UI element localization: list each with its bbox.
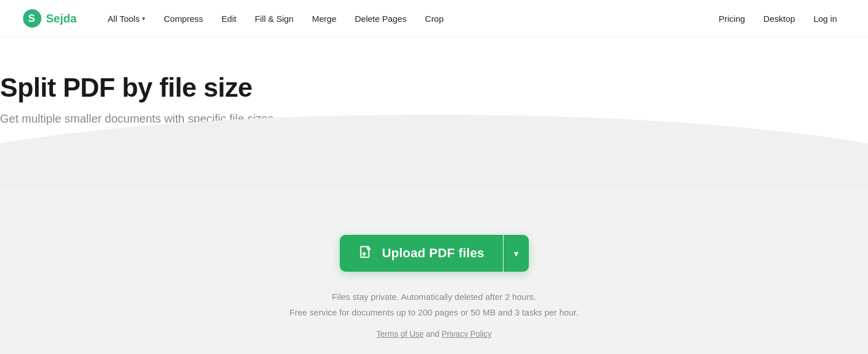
dropdown-chevron-icon: ▾ xyxy=(514,248,519,259)
upload-pdf-button[interactable]: Upload PDF files xyxy=(340,235,503,272)
info-text: Files stay private. Automatically delete… xyxy=(290,289,579,320)
sejda-logo-icon: S xyxy=(23,9,41,28)
nav-fill-sign[interactable]: Fill & Sign xyxy=(247,9,302,28)
nav-all-tools[interactable]: All Tools ▾ xyxy=(99,9,153,28)
curve-spacer xyxy=(0,154,868,189)
pdf-upload-icon xyxy=(358,245,374,261)
logo-link[interactable]: S Sejda xyxy=(23,9,76,28)
chevron-down-icon: ▾ xyxy=(142,15,145,22)
upload-button-label: Upload PDF files xyxy=(382,246,485,261)
nav-edit[interactable]: Edit xyxy=(213,9,244,28)
nav-desktop[interactable]: Desktop xyxy=(755,9,803,28)
nav-delete-pages[interactable]: Delete Pages xyxy=(347,9,414,28)
nav-right: Pricing Desktop Log in xyxy=(710,9,845,28)
upload-content: Upload PDF files ▾ Files stay private. A… xyxy=(0,235,868,338)
logo-text: Sejda xyxy=(46,12,76,25)
hero-section: Split PDF by file size Get multiple smal… xyxy=(0,37,868,125)
nav-login[interactable]: Log in xyxy=(805,9,845,28)
nav-merge[interactable]: Merge xyxy=(304,9,345,28)
terms-of-use-link[interactable]: Terms of Use xyxy=(377,329,424,338)
and-text: and xyxy=(426,329,439,338)
nav-pricing[interactable]: Pricing xyxy=(710,9,753,28)
curve-decoration xyxy=(0,115,868,189)
links-text: Terms of Use and Privacy Policy xyxy=(377,329,492,338)
privacy-line: Files stay private. Automatically delete… xyxy=(290,289,579,304)
free-service-line: Free service for documents up to 200 pag… xyxy=(290,304,579,320)
navbar: S Sejda All Tools ▾ Compress Edit Fill &… xyxy=(0,0,868,37)
nav-crop[interactable]: Crop xyxy=(417,9,452,28)
upload-section: Upload PDF files ▾ Files stay private. A… xyxy=(0,189,868,354)
upload-button-group: Upload PDF files ▾ xyxy=(340,235,529,272)
nav-left: All Tools ▾ Compress Edit Fill & Sign Me… xyxy=(99,9,710,28)
svg-text:S: S xyxy=(28,13,35,24)
privacy-policy-link[interactable]: Privacy Policy xyxy=(441,329,491,338)
upload-dropdown-button[interactable]: ▾ xyxy=(504,235,529,272)
page-title: Split PDF by file size xyxy=(0,72,868,103)
nav-compress[interactable]: Compress xyxy=(156,9,211,28)
